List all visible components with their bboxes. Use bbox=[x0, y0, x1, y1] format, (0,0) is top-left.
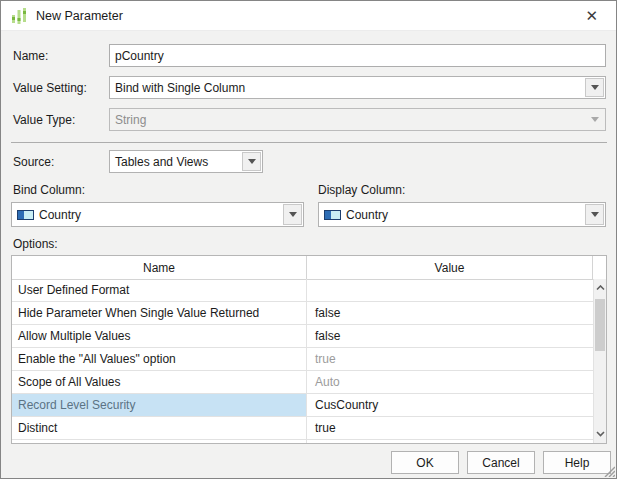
option-value: true bbox=[307, 417, 593, 439]
option-name: User Defined Format bbox=[12, 279, 307, 301]
display-column-select[interactable]: Country bbox=[318, 202, 606, 227]
bind-column-value: Country bbox=[39, 208, 81, 222]
bind-column-label: Bind Column: bbox=[13, 183, 85, 197]
chevron-down-icon bbox=[591, 212, 599, 217]
dialog-titlebar: New Parameter ✕ bbox=[1, 1, 616, 31]
options-table-body: User Defined Format Hide Parameter When … bbox=[12, 279, 593, 443]
value-type-select: String bbox=[109, 108, 606, 131]
section-divider bbox=[11, 142, 607, 143]
option-name: Enable the "All Values" option bbox=[12, 348, 307, 370]
option-name: Distinct bbox=[12, 417, 307, 439]
parameter-icon bbox=[10, 7, 28, 25]
option-value: false bbox=[307, 302, 593, 324]
value-setting-label: Value Setting: bbox=[13, 81, 87, 95]
value-setting-value: Bind with Single Column bbox=[110, 81, 584, 95]
value-type-value: String bbox=[110, 113, 584, 127]
option-value: CusCountry bbox=[307, 394, 593, 416]
dialog-title: New Parameter bbox=[36, 9, 123, 23]
column-icon bbox=[17, 210, 34, 220]
option-name: Record Level Security bbox=[12, 394, 307, 416]
new-parameter-dialog: New Parameter ✕ Name: Value Setting: Bin… bbox=[0, 0, 617, 479]
close-icon[interactable]: ✕ bbox=[576, 8, 607, 23]
table-row-empty bbox=[12, 440, 593, 444]
name-label: Name: bbox=[13, 49, 48, 63]
option-value bbox=[307, 279, 593, 301]
options-label: Options: bbox=[13, 237, 58, 251]
option-name: Hide Parameter When Single Value Returne… bbox=[12, 302, 307, 324]
source-label: Source: bbox=[13, 155, 54, 169]
option-name: Scope of All Values bbox=[12, 371, 307, 393]
column-header-value: Value bbox=[307, 256, 593, 279]
table-row[interactable]: Distinct true bbox=[12, 417, 593, 440]
option-value: Auto bbox=[307, 371, 593, 393]
resize-grip[interactable] bbox=[601, 463, 615, 477]
cancel-button[interactable]: Cancel bbox=[467, 451, 535, 474]
chevron-down-icon bbox=[591, 117, 599, 122]
table-row-selected[interactable]: Record Level Security CusCountry bbox=[12, 394, 593, 417]
chevron-down-icon bbox=[289, 212, 297, 217]
chevron-down-icon bbox=[248, 159, 256, 164]
scrollbar-thumb[interactable] bbox=[595, 299, 605, 351]
scroll-down-icon[interactable] bbox=[594, 426, 606, 442]
value-type-dropdown-button bbox=[585, 110, 604, 129]
options-table: Name Value User Defined Format Hide Para… bbox=[11, 255, 607, 444]
table-row[interactable]: Allow Multiple Values false bbox=[12, 325, 593, 348]
ok-button[interactable]: OK bbox=[391, 451, 459, 474]
display-column-dropdown-button[interactable] bbox=[585, 204, 604, 225]
table-row[interactable]: Enable the "All Values" option true bbox=[12, 348, 593, 371]
table-row[interactable]: Scope of All Values Auto bbox=[12, 371, 593, 394]
option-name: Allow Multiple Values bbox=[12, 325, 307, 347]
source-select[interactable]: Tables and Views bbox=[109, 150, 263, 173]
column-icon bbox=[324, 210, 341, 220]
header-scrollbar-stub bbox=[593, 256, 606, 279]
scroll-up-icon[interactable] bbox=[594, 280, 606, 296]
value-setting-select[interactable]: Bind with Single Column bbox=[109, 76, 606, 99]
table-row[interactable]: User Defined Format bbox=[12, 279, 593, 302]
source-value: Tables and Views bbox=[110, 155, 241, 169]
value-setting-dropdown-button[interactable] bbox=[585, 78, 604, 97]
value-type-label: Value Type: bbox=[13, 113, 75, 127]
column-header-name: Name bbox=[12, 256, 307, 279]
vertical-scrollbar[interactable] bbox=[593, 279, 606, 443]
display-column-label: Display Column: bbox=[318, 183, 405, 197]
name-input[interactable] bbox=[109, 44, 606, 67]
table-row[interactable]: Hide Parameter When Single Value Returne… bbox=[12, 302, 593, 325]
source-dropdown-button[interactable] bbox=[242, 152, 261, 171]
display-column-value: Country bbox=[346, 208, 388, 222]
bind-column-dropdown-button[interactable] bbox=[283, 204, 302, 225]
bind-column-select[interactable]: Country bbox=[11, 202, 304, 227]
option-value: true bbox=[307, 348, 593, 370]
options-table-header: Name Value bbox=[12, 256, 606, 280]
chevron-down-icon bbox=[591, 85, 599, 90]
option-value: false bbox=[307, 325, 593, 347]
